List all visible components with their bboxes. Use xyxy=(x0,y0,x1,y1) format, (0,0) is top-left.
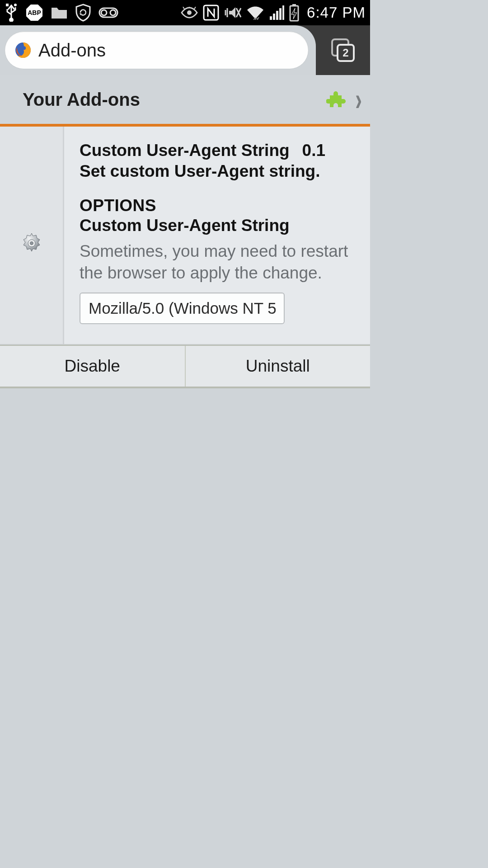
url-bar[interactable]: Add-ons xyxy=(5,31,309,69)
options-label: OPTIONS xyxy=(80,196,357,215)
options-note: Sometimes, you may need to restart the b… xyxy=(80,241,357,283)
svg-point-7 xyxy=(110,10,116,15)
tabs-count: 2 xyxy=(337,44,355,62)
status-right-icons: 6:47 PM xyxy=(180,4,366,22)
signal-icon xyxy=(269,5,284,20)
svg-point-14 xyxy=(30,242,33,245)
addon-version: 0.1 xyxy=(302,141,325,160)
addons-header[interactable]: Your Add-ons › xyxy=(0,75,370,127)
svg-point-6 xyxy=(101,10,107,15)
uninstall-button[interactable]: Uninstall xyxy=(186,346,371,387)
svg-point-0 xyxy=(10,19,13,22)
svg-rect-1 xyxy=(6,4,9,6)
gear-icon xyxy=(19,143,44,344)
vibrate-mute-icon xyxy=(224,5,242,21)
folder-icon xyxy=(51,6,68,19)
svg-text:ABP: ABP xyxy=(28,9,41,16)
addon-subtitle: Set custom User-Agent string. xyxy=(80,162,357,181)
battery-charging-icon xyxy=(289,4,300,22)
tabs-stack-icon: 2 xyxy=(331,38,355,62)
nfc-icon xyxy=(203,5,219,21)
addon-actions: Disable Uninstall xyxy=(0,345,370,388)
addon-card: Custom User-Agent String0.1 Set custom U… xyxy=(0,127,370,345)
addon-title-line: Custom User-Agent String0.1 xyxy=(80,140,357,161)
addon-name: Custom User-Agent String xyxy=(80,141,290,160)
options-name: Custom User-Agent String xyxy=(80,216,357,235)
status-time: 6:47 PM xyxy=(307,4,366,21)
user-agent-input[interactable] xyxy=(80,292,285,324)
usb-icon xyxy=(5,4,18,22)
url-title: Add-ons xyxy=(38,40,106,61)
svg-point-2 xyxy=(14,4,17,6)
voicemail-icon xyxy=(99,7,118,18)
puzzle-icon xyxy=(326,89,347,110)
firefox-icon xyxy=(14,41,32,59)
status-left-icons: ABP xyxy=(5,4,118,22)
addons-header-title: Your Add-ons xyxy=(23,90,140,110)
shield-sync-icon xyxy=(75,4,91,22)
wifi-icon xyxy=(246,5,264,20)
tabs-button[interactable]: 2 xyxy=(316,25,370,75)
eye-icon xyxy=(180,7,198,19)
url-bar-container: Add-ons xyxy=(0,25,316,75)
addon-icon-gutter xyxy=(0,127,64,344)
svg-rect-5 xyxy=(99,8,117,17)
disable-button[interactable]: Disable xyxy=(0,346,186,387)
abp-icon: ABP xyxy=(25,4,43,22)
browser-toolbar: Add-ons 2 xyxy=(0,25,370,75)
svg-point-8 xyxy=(187,10,192,15)
addon-body: Custom User-Agent String0.1 Set custom U… xyxy=(64,127,370,344)
empty-space xyxy=(0,388,370,658)
svg-rect-11 xyxy=(292,4,296,6)
status-bar: ABP xyxy=(0,0,370,25)
chevron-right-icon: › xyxy=(355,81,362,118)
